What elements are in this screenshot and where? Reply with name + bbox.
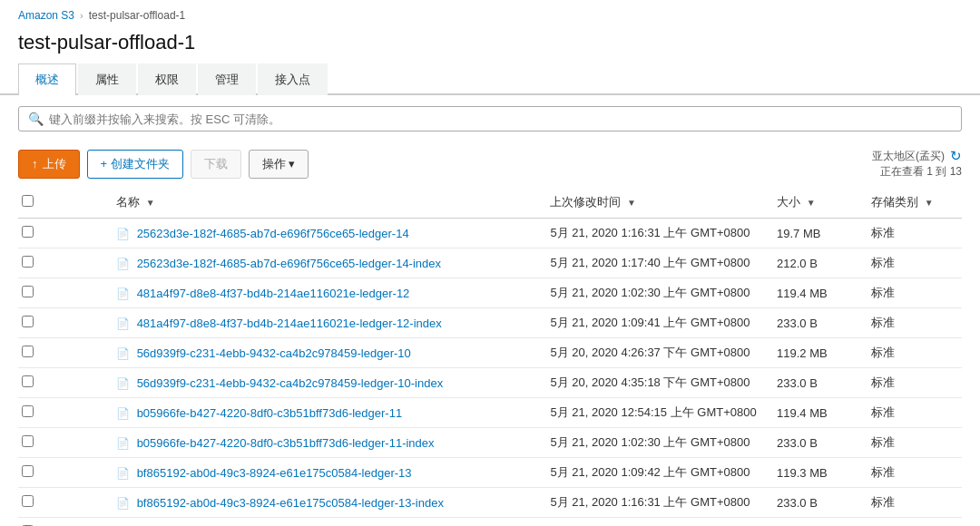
region-row: 亚太地区(孟买) ↻ [872, 148, 962, 164]
row-checkbox[interactable] [22, 286, 34, 297]
row-checkbox-cell[interactable] [18, 368, 113, 398]
table-row: 📄 f1fe9c89-5383-4aae-954f-8de77898e0b1-l… [18, 518, 962, 527]
col-name[interactable]: 名称 ▼ [113, 187, 546, 219]
row-checkbox[interactable] [22, 256, 34, 268]
row-checkbox-cell[interactable] [18, 398, 113, 428]
row-checkbox[interactable] [22, 346, 34, 357]
tab-management[interactable]: 管理 [198, 63, 256, 95]
row-size-cell: 119.4 MB [773, 398, 867, 428]
row-name-cell: 📄 481a4f97-d8e8-4f37-bd4b-214ae116021e-l… [113, 308, 546, 338]
row-type-cell: 标准 [867, 368, 962, 398]
row-checkbox[interactable] [22, 375, 34, 387]
row-checkbox[interactable] [22, 465, 34, 477]
refresh-icon[interactable]: ↻ [950, 148, 962, 164]
table-row: 📄 56d939f9-c231-4ebb-9432-ca4b2c978459-l… [18, 338, 962, 368]
row-name-cell: 📄 25623d3e-182f-4685-ab7d-e696f756ce65-l… [113, 248, 546, 278]
actions-button[interactable]: 操作 ▾ [249, 150, 309, 179]
row-size-cell: 119.2 MB [773, 518, 867, 527]
row-size-cell: 119.3 MB [773, 458, 867, 488]
row-size-cell: 19.7 MB [773, 219, 867, 248]
col-modified-label: 上次修改时间 [550, 195, 621, 209]
region-label: 亚太地区(孟买) [872, 149, 945, 164]
create-folder-label: + 创建文件夹 [101, 156, 170, 172]
breadcrumb: Amazon S3 › test-pulsar-offload-1 [0, 0, 980, 27]
col-type-sort-icon: ▼ [925, 198, 934, 208]
row-checkbox-cell[interactable] [18, 518, 113, 527]
create-folder-button[interactable]: + 创建文件夹 [87, 150, 183, 179]
file-icon: 📄 [116, 377, 130, 390]
row-checkbox-cell[interactable] [18, 248, 113, 278]
tab-permissions[interactable]: 权限 [138, 63, 196, 95]
file-name-link[interactable]: 25623d3e-182f-4685-ab7d-e696f756ce65-led… [137, 257, 441, 270]
file-name-link[interactable]: bf865192-ab0d-49c3-8924-e61e175c0584-led… [137, 466, 412, 480]
col-size[interactable]: 大小 ▼ [773, 187, 867, 219]
row-modified-cell: 5月 21, 2020 1:17:40 上午 GMT+0800 [546, 248, 773, 278]
file-icon: 📄 [116, 228, 130, 240]
tab-access-points[interactable]: 接入点 [258, 63, 328, 95]
tab-overview[interactable]: 概述 [18, 63, 76, 95]
search-input[interactable] [49, 112, 952, 126]
col-modified[interactable]: 上次修改时间 ▼ [546, 187, 773, 219]
row-checkbox[interactable] [22, 435, 34, 447]
download-button[interactable]: 下载 [191, 150, 241, 179]
table-row: 📄 25623d3e-182f-4685-ab7d-e696f756ce65-l… [18, 219, 962, 248]
table-row: 📄 25623d3e-182f-4685-ab7d-e696f756ce65-l… [18, 248, 962, 278]
row-type-cell: 标准 [867, 488, 962, 518]
upload-button[interactable]: ↑ 上传 [18, 150, 80, 179]
row-checkbox[interactable] [22, 226, 34, 238]
select-all-checkbox[interactable] [22, 195, 34, 207]
table-row: 📄 56d939f9-c231-4ebb-9432-ca4b2c978459-l… [18, 368, 962, 398]
row-type-cell: 标准 [867, 248, 962, 278]
col-modified-sort-icon: ▼ [627, 198, 636, 208]
row-modified-cell: 5月 21, 2020 1:02:30 上午 GMT+0800 [546, 428, 773, 458]
file-icon: 📄 [116, 497, 130, 510]
file-name-link[interactable]: 56d939f9-c231-4ebb-9432-ca4b2c978459-led… [137, 376, 444, 390]
row-checkbox-cell[interactable] [18, 338, 113, 368]
breadcrumb-separator: › [80, 10, 83, 21]
download-label: 下载 [204, 156, 228, 172]
row-type-cell: 标准 [867, 278, 962, 308]
toolbar-left: ↑ 上传 + 创建文件夹 下载 操作 ▾ [18, 150, 309, 179]
file-name-link[interactable]: 25623d3e-182f-4685-ab7d-e696f756ce65-led… [137, 227, 409, 240]
file-name-link[interactable]: b05966fe-b427-4220-8df0-c3b51bff73d6-led… [137, 406, 403, 420]
toolbar: ↑ 上传 + 创建文件夹 下载 操作 ▾ 亚太地区(孟买) ↻ 正在查看 1 到… [0, 141, 980, 187]
table-row: 📄 b05966fe-b427-4220-8df0-c3b51bff73d6-l… [18, 428, 962, 458]
row-checkbox[interactable] [22, 405, 34, 417]
row-checkbox-cell[interactable] [18, 428, 113, 458]
row-modified-cell: 5月 21, 2020 1:17:40 上午 GMT+0800 [546, 518, 773, 527]
row-type-cell: 标准 [867, 458, 962, 488]
row-checkbox-cell[interactable] [18, 488, 113, 518]
table-row: 📄 b05966fe-b427-4220-8df0-c3b51bff73d6-l… [18, 398, 962, 428]
upload-icon: ↑ [32, 157, 38, 170]
row-modified-cell: 5月 20, 2020 4:26:37 下午 GMT+0800 [546, 338, 773, 368]
select-all-header[interactable] [18, 187, 113, 219]
file-icon: 📄 [116, 437, 130, 450]
row-size-cell: 119.2 MB [773, 338, 867, 368]
row-checkbox[interactable] [22, 495, 34, 507]
tab-properties[interactable]: 属性 [78, 63, 136, 95]
file-name-link[interactable]: bf865192-ab0d-49c3-8924-e61e175c0584-led… [137, 496, 444, 510]
row-modified-cell: 5月 21, 2020 1:09:41 上午 GMT+0800 [546, 308, 773, 338]
row-checkbox-cell[interactable] [18, 458, 113, 488]
breadcrumb-parent[interactable]: Amazon S3 [18, 9, 74, 22]
file-name-link[interactable]: 56d939f9-c231-4ebb-9432-ca4b2c978459-led… [137, 346, 411, 360]
row-checkbox-cell[interactable] [18, 308, 113, 338]
table-row: 📄 bf865192-ab0d-49c3-8924-e61e175c0584-l… [18, 488, 962, 518]
row-modified-cell: 5月 21, 2020 1:16:31 上午 GMT+0800 [546, 488, 773, 518]
file-name-link[interactable]: 481a4f97-d8e8-4f37-bd4b-214ae116021e-led… [137, 287, 410, 300]
row-type-cell: 标准 [867, 518, 962, 527]
file-name-link[interactable]: 481a4f97-d8e8-4f37-bd4b-214ae116021e-led… [137, 317, 442, 330]
row-name-cell: 📄 56d939f9-c231-4ebb-9432-ca4b2c978459-l… [113, 338, 546, 368]
col-type[interactable]: 存储类别 ▼ [867, 187, 962, 219]
row-modified-cell: 5月 21, 2020 1:16:31 上午 GMT+0800 [546, 219, 773, 248]
col-size-sort-icon: ▼ [807, 198, 816, 208]
row-checkbox-cell[interactable] [18, 219, 113, 248]
row-size-cell: 119.4 MB [773, 278, 867, 308]
table-row: 📄 481a4f97-d8e8-4f37-bd4b-214ae116021e-l… [18, 308, 962, 338]
row-modified-cell: 5月 21, 2020 1:09:42 上午 GMT+0800 [546, 458, 773, 488]
file-icon: 📄 [116, 407, 130, 420]
row-checkbox-cell[interactable] [18, 278, 113, 308]
file-icon: 📄 [116, 467, 130, 480]
row-checkbox[interactable] [22, 316, 34, 327]
file-name-link[interactable]: b05966fe-b427-4220-8df0-c3b51bff73d6-led… [137, 436, 435, 450]
